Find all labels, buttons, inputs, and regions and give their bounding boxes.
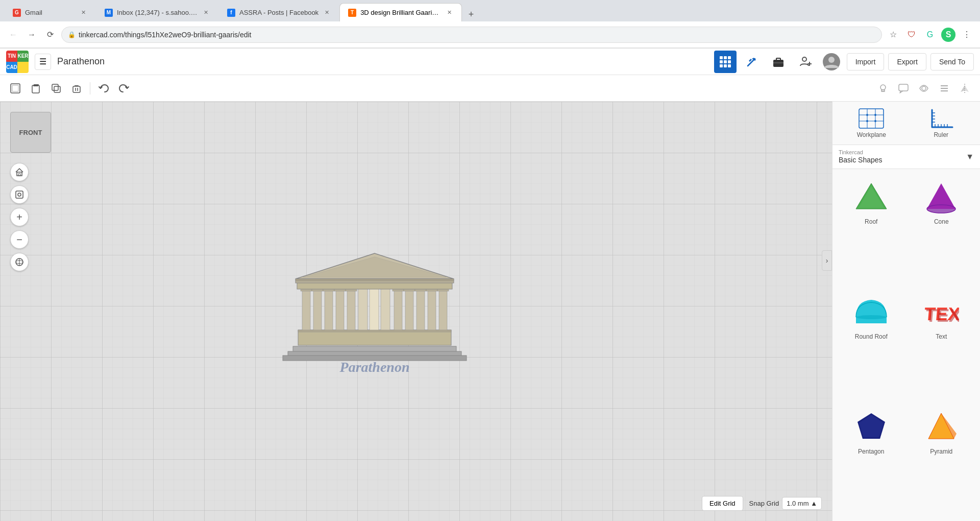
tab-inbox[interactable]: M Inbox (12,347) - s.sahoo.co@gm... ✕ — [96, 3, 218, 21]
menu-icon[interactable]: ⋮ — [960, 28, 974, 42]
tab-tinkercad[interactable]: T 3D design Brilliant Gaaris | Tinker...… — [339, 3, 462, 21]
delete-icon — [71, 83, 82, 94]
fit-view-button[interactable] — [10, 185, 29, 204]
ruler-label: Ruler — [934, 131, 948, 138]
tab-close-inbox[interactable]: ✕ — [202, 9, 210, 17]
svg-rect-1 — [773, 60, 783, 67]
workplane-button[interactable]: Workplane — [839, 108, 904, 138]
favicon-inbox: M — [105, 9, 113, 17]
new-object-button[interactable] — [6, 79, 24, 98]
address-bar[interactable]: 🔒 tinkercad.com/things/l51hXe2weO9-brill… — [61, 27, 882, 43]
briefcase-button[interactable] — [767, 51, 790, 73]
svg-rect-55 — [439, 290, 447, 331]
pentagon-svg — [853, 411, 889, 444]
shape-text[interactable]: TEXT TEXT Text — [907, 288, 976, 402]
redo-button[interactable] — [115, 79, 133, 98]
svg-marker-28 — [961, 85, 965, 92]
tab-close-gmail[interactable]: ✕ — [79, 9, 87, 17]
view-button[interactable] — [915, 79, 933, 98]
tab-title-gmail: Gmail — [25, 9, 75, 16]
3d-model[interactable]: Parathenon — [278, 239, 472, 384]
grammarly-icon[interactable]: G — [923, 28, 937, 42]
canvas-area[interactable]: FRONT + − — [0, 102, 832, 521]
zoom-out-button[interactable]: − — [10, 230, 29, 249]
menu-button[interactable]: ☰ — [35, 54, 51, 70]
import-button[interactable]: Import — [847, 53, 885, 70]
forward-button[interactable]: → — [24, 28, 39, 42]
cone-icon — [923, 179, 959, 215]
perspective-button[interactable] — [10, 253, 29, 271]
export-button[interactable]: Export — [888, 53, 926, 70]
tinkercad-logo: TIN KER CAD — [6, 51, 29, 73]
back-button[interactable]: ← — [6, 28, 20, 42]
new-tab-button[interactable]: + — [464, 7, 478, 21]
delete-button[interactable] — [67, 79, 86, 98]
main-layout: FRONT + − — [0, 102, 980, 521]
hamburger-icon: ☰ — [39, 57, 46, 66]
round-roof-svg — [853, 296, 889, 329]
shape-pentagon[interactable]: Pentagon — [837, 403, 906, 517]
svg-rect-43 — [302, 290, 310, 331]
view-face-label: FRONT — [19, 129, 42, 136]
add-person-icon — [798, 55, 812, 69]
edit-grid-button[interactable]: Edit Grid — [702, 496, 743, 511]
align-button[interactable] — [935, 79, 953, 98]
ruler-icon — [928, 108, 954, 129]
svg-point-23 — [922, 86, 926, 90]
svg-point-104 — [856, 315, 887, 319]
bookmark-star-icon[interactable]: ☆ — [886, 28, 900, 42]
shape-round-roof[interactable]: Round Roof — [837, 288, 906, 402]
svg-rect-42 — [298, 330, 451, 345]
mirror-button[interactable] — [955, 79, 974, 98]
chat-button[interactable] — [894, 79, 913, 98]
shape-roof[interactable]: Roof — [837, 173, 906, 287]
avatar-button[interactable] — [820, 51, 843, 73]
svg-rect-52 — [405, 290, 413, 331]
app-title: Parathenon — [57, 56, 105, 67]
help-button[interactable] — [874, 79, 892, 98]
bottom-controls: Edit Grid Snap Grid 1.0 mm ▲ — [702, 496, 822, 511]
duplicate-button[interactable] — [47, 79, 65, 98]
undo-button[interactable] — [94, 79, 113, 98]
right-panel: Workplane Ruler — [832, 102, 980, 521]
home-view-button[interactable] — [10, 163, 29, 181]
tab-title-facebook: ASSRA - Posts | Facebook — [239, 9, 318, 16]
tab-close-facebook[interactable]: ✕ — [323, 9, 331, 17]
view-cube-front[interactable]: FRONT — [10, 112, 51, 153]
svg-point-83 — [874, 114, 876, 116]
zoom-in-button[interactable]: + — [10, 208, 29, 226]
library-info: Tinkercad Basic Shapes — [839, 149, 883, 164]
view-icon — [918, 83, 929, 94]
text-label: Text — [936, 333, 947, 340]
svg-rect-47 — [347, 290, 355, 331]
add-person-button[interactable] — [794, 51, 816, 73]
pickaxe-button[interactable] — [741, 51, 763, 73]
address-text: tinkercad.com/things/l51hXe2weO9-brillia… — [79, 31, 252, 39]
library-category-label: Basic Shapes — [839, 156, 883, 164]
svg-rect-2 — [776, 58, 780, 60]
cone-label: Cone — [934, 218, 949, 225]
send-to-button[interactable]: Send To — [930, 53, 974, 70]
paste-button[interactable] — [27, 79, 45, 98]
tab-title-inbox: Inbox (12,347) - s.sahoo.co@gm... — [117, 9, 198, 16]
svg-rect-49 — [370, 288, 379, 331]
account-icon[interactable]: S — [941, 28, 955, 42]
chat-icon — [898, 83, 909, 94]
library-dropdown[interactable]: Tinkercad Basic Shapes ▼ — [832, 145, 980, 169]
tab-close-tinkercad[interactable]: ✕ — [445, 9, 453, 17]
refresh-button[interactable]: ⟳ — [43, 28, 57, 42]
dropdown-arrow-icon: ▼ — [966, 152, 974, 161]
ruler-button[interactable]: Ruler — [909, 108, 974, 138]
svg-point-20 — [880, 85, 886, 90]
svg-text:Parathenon: Parathenon — [339, 359, 409, 375]
extension-icon[interactable]: 🛡 — [904, 28, 919, 42]
shape-cone[interactable]: Cone — [907, 173, 976, 287]
snap-value-display[interactable]: 1.0 mm ▲ — [782, 497, 822, 510]
shape-pyramid[interactable]: Pyramid — [907, 403, 976, 517]
svg-marker-29 — [965, 85, 969, 92]
tab-gmail[interactable]: G Gmail ✕ — [4, 3, 96, 21]
grid-view-button[interactable] — [714, 51, 737, 73]
tab-facebook[interactable]: f ASSRA - Posts | Facebook ✕ — [218, 3, 339, 21]
panel-collapse-button[interactable]: › — [822, 250, 832, 271]
header-right: Import Export Send To — [714, 51, 974, 73]
